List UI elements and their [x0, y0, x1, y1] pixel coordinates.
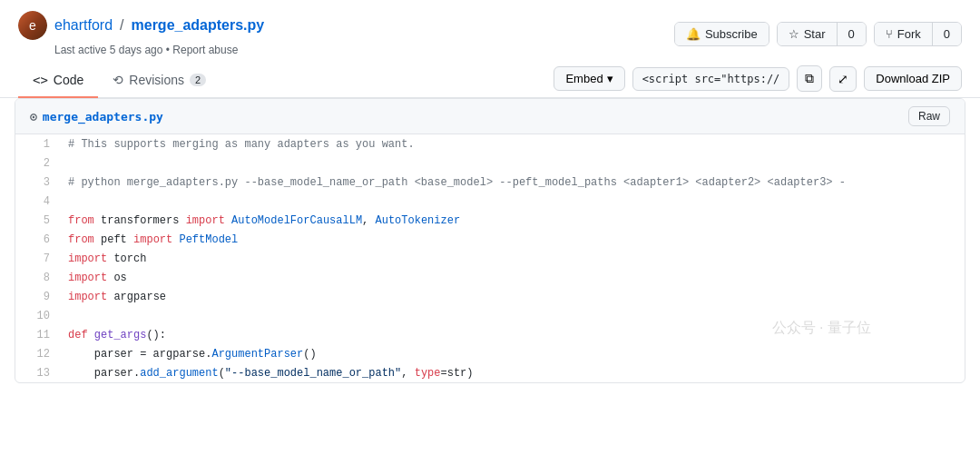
table-row: 2 [15, 153, 965, 173]
line-number: 8 [15, 268, 61, 287]
file-name: ⊙ merge_adapters.py [30, 110, 163, 124]
fork-group: ⑂ Fork 0 [874, 22, 962, 46]
avatar: e [18, 11, 47, 40]
tab-revisions[interactable]: ⟲ Revisions 2 [98, 64, 220, 98]
username-link[interactable]: ehartford [54, 17, 113, 34]
fork-count[interactable]: 0 [933, 23, 961, 45]
table-row: 13 parser.add_argument("--base_model_nam… [15, 363, 965, 382]
subscribe-group: 🔔 Subscribe [674, 22, 769, 46]
line-number: 7 [15, 249, 61, 268]
subscribe-button[interactable]: 🔔 Subscribe [675, 23, 769, 45]
nav-tabs: <> Code ⟲ Revisions 2 Embed ▾ <script sr… [0, 64, 980, 98]
table-row: 11 def get_args(): [15, 325, 965, 344]
star-button[interactable]: ☆ Star [778, 23, 838, 45]
line-code [61, 306, 965, 325]
table-row: 8 import os [15, 268, 965, 287]
fork-button[interactable]: ⑂ Fork [875, 23, 933, 45]
copy-icon: ⧉ [805, 71, 814, 86]
table-row: 12 parser = argparse.ArgumentParser() [15, 344, 965, 363]
filename-link[interactable]: merge_adapters.py [132, 17, 265, 34]
line-code: parser.add_argument("--base_model_name_o… [61, 363, 965, 382]
line-number: 4 [15, 192, 61, 211]
line-number: 6 [15, 230, 61, 249]
external-link-icon: ⤢ [838, 72, 848, 86]
report-abuse-link[interactable]: Report abuse [172, 44, 238, 56]
line-code: import argparse [61, 287, 965, 306]
table-row: 1 # This supports merging as many adapte… [15, 134, 965, 153]
line-number: 10 [15, 306, 61, 325]
line-code [61, 153, 965, 173]
table-row: 4 [15, 192, 965, 211]
table-row: 10 [15, 306, 965, 325]
last-active-text: Last active 5 days ago • Report abuse [54, 44, 264, 56]
script-preview[interactable]: <script src="https:// [632, 67, 790, 91]
avatar-image: e [18, 11, 47, 40]
embed-button[interactable]: Embed ▾ [554, 66, 624, 91]
content-area: ⊙ merge_adapters.py Raw 1 # This support… [0, 98, 980, 383]
line-number: 5 [15, 211, 61, 230]
table-row: 3 # python merge_adapters.py --base_mode… [15, 173, 965, 192]
line-number: 9 [15, 287, 61, 306]
line-number: 3 [15, 173, 61, 192]
bell-icon: 🔔 [686, 27, 701, 41]
line-code: # python merge_adapters.py --base_model_… [61, 173, 965, 192]
line-code: from transformers import AutoModelForCau… [61, 211, 965, 230]
line-number: 11 [15, 325, 61, 344]
file-header: ⊙ merge_adapters.py Raw [15, 99, 965, 134]
open-button[interactable]: ⤢ [829, 66, 857, 92]
revisions-icon: ⟲ [113, 73, 123, 87]
line-number: 1 [15, 134, 61, 153]
line-code: import torch [61, 249, 965, 268]
star-icon: ☆ [789, 27, 799, 41]
copy-button[interactable]: ⧉ [797, 65, 822, 92]
line-code: # This supports merging as many adapters… [61, 134, 965, 153]
code-table: 1 # This supports merging as many adapte… [15, 134, 965, 382]
chevron-down-icon: ▾ [607, 72, 613, 85]
revisions-badge: 2 [190, 74, 206, 86]
table-row: 9 import argparse [15, 287, 965, 306]
line-code [61, 192, 965, 211]
page-header: e ehartford / merge_adapters.py Last act… [0, 0, 980, 64]
star-group: ☆ Star 0 [777, 22, 867, 46]
line-number: 13 [15, 363, 61, 382]
table-row: 5 from transformers import AutoModelForC… [15, 211, 965, 230]
line-number: 2 [15, 153, 61, 173]
line-code: parser = argparse.ArgumentParser() [61, 344, 965, 363]
line-code: import os [61, 268, 965, 287]
star-count[interactable]: 0 [838, 23, 866, 45]
header-actions: 🔔 Subscribe ☆ Star 0 ⑂ Fork 0 [674, 22, 962, 46]
table-row: 6 from peft import PeftModel [15, 230, 965, 249]
toolbar: Embed ▾ <script src="https:// ⧉ ⤢ Downlo… [554, 64, 962, 97]
separator: / [120, 17, 123, 34]
code-view: 1 # This supports merging as many adapte… [15, 134, 965, 382]
line-number: 12 [15, 344, 61, 363]
line-code: def get_args(): [61, 325, 965, 344]
header-title: e ehartford / merge_adapters.py [18, 11, 264, 40]
download-zip-button[interactable]: Download ZIP [864, 66, 962, 91]
header-left: e ehartford / merge_adapters.py Last act… [18, 11, 264, 56]
tab-code[interactable]: <> Code [18, 64, 98, 98]
table-row: 7 import torch [15, 249, 965, 268]
file-icon: ⊙ [30, 110, 37, 124]
raw-button[interactable]: Raw [908, 106, 950, 126]
line-code: from peft import PeftModel [61, 230, 965, 249]
fork-icon: ⑂ [886, 27, 893, 41]
file-container: ⊙ merge_adapters.py Raw 1 # This support… [15, 98, 965, 383]
code-icon: <> [33, 73, 48, 87]
